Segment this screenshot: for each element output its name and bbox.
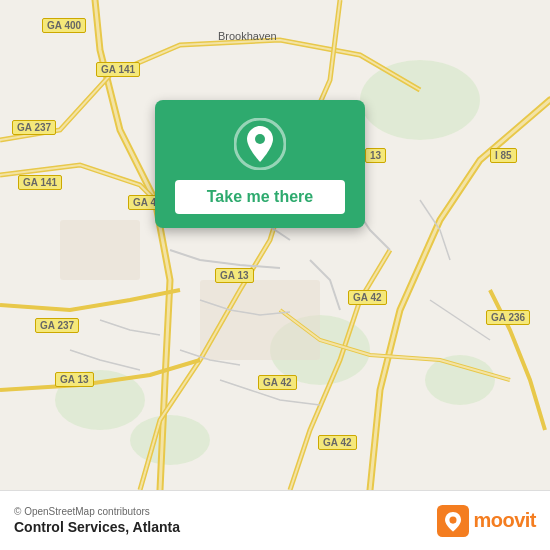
svg-rect-7 [60, 220, 140, 280]
bottom-info: © OpenStreetMap contributors Control Ser… [14, 506, 180, 535]
road-label-ga13-bot: GA 13 [55, 372, 94, 387]
map-container: GA 400 GA 141 GA 237 GA 141 GA 400 I 85 … [0, 0, 550, 490]
attribution-text: © OpenStreetMap contributors [14, 506, 180, 517]
svg-point-1 [360, 60, 480, 140]
road-label-i85: I 85 [490, 148, 517, 163]
road-label-ga42-bot1: GA 42 [258, 375, 297, 390]
road-label-ga141-mid: GA 141 [18, 175, 62, 190]
location-card: Take me there [155, 100, 365, 228]
road-label-ga42-mid: GA 42 [348, 290, 387, 305]
brookhaven-label: Brookhaven [218, 30, 277, 42]
svg-point-4 [425, 355, 495, 405]
moovit-text: moovit [473, 509, 536, 532]
moovit-icon [437, 505, 469, 537]
location-pin-icon [234, 118, 286, 170]
road-label-ga237-bot: GA 237 [35, 318, 79, 333]
road-label-ga237: GA 237 [12, 120, 56, 135]
road-label-ga141-top: GA 141 [96, 62, 140, 77]
take-me-there-button[interactable]: Take me there [175, 180, 345, 214]
road-label-ga400-top: GA 400 [42, 18, 86, 33]
road-label-ga236: GA 236 [486, 310, 530, 325]
svg-rect-6 [200, 280, 320, 360]
road-label-13-top: 13 [365, 148, 386, 163]
location-title: Control Services, Atlanta [14, 519, 180, 535]
road-label-ga42-bot2: GA 42 [318, 435, 357, 450]
road-label-ga13-mid: GA 13 [215, 268, 254, 283]
svg-point-9 [255, 134, 265, 144]
moovit-logo: moovit [437, 505, 536, 537]
svg-point-5 [130, 415, 210, 465]
map-roads [0, 0, 550, 490]
bottom-bar: © OpenStreetMap contributors Control Ser… [0, 490, 550, 550]
svg-point-11 [450, 516, 457, 523]
